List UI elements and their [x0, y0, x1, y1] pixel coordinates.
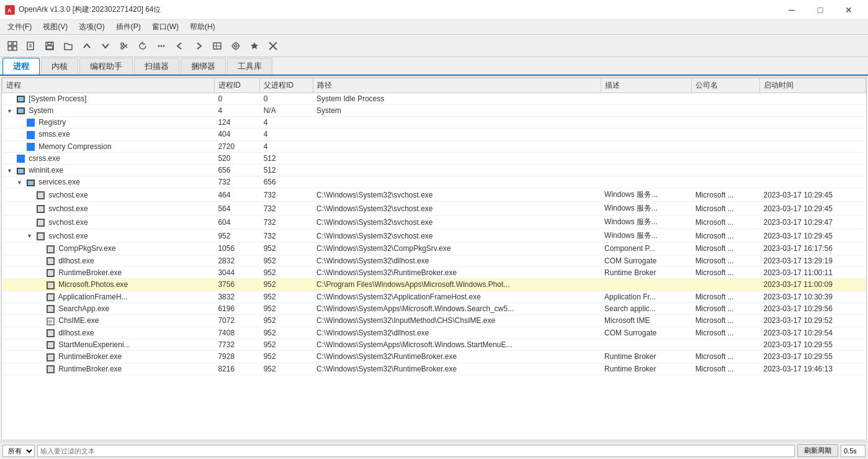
time-cell: 2023-03-17 10:29:45 [760, 229, 866, 243]
refresh-period-button[interactable]: 刷新周期 [797, 444, 838, 457]
expand-arrow[interactable] [16, 143, 24, 150]
table-row[interactable]: ApplicationFrameH... 3832952C:\Windows\S… [2, 291, 866, 302]
table-row[interactable]: [System Process] 00System Idle Process [2, 93, 866, 105]
menu-item[interactable]: 文件(F) [2, 20, 37, 34]
menu-item[interactable]: 选项(O) [74, 20, 109, 34]
minimize-button[interactable]: ─ [777, 0, 806, 20]
expand-arrow[interactable] [36, 306, 43, 313]
col-header-ppid[interactable]: 父进程ID [260, 78, 313, 93]
table-row[interactable]: svchost.exe 464732C:\Windows\System32\sv… [2, 188, 866, 202]
tab-扫描器[interactable]: 扫描器 [134, 58, 179, 75]
expand-arrow[interactable] [26, 191, 34, 199]
menu-item[interactable]: 视图(V) [38, 20, 73, 34]
refresh-interval-input[interactable] [841, 445, 866, 457]
maximize-button[interactable]: □ [806, 0, 834, 20]
expand-arrow[interactable] [36, 293, 43, 301]
app-icon [37, 205, 45, 213]
toolbar-btn-target[interactable] [227, 37, 244, 55]
toolbar-btn-forward[interactable] [190, 37, 207, 55]
table-row[interactable]: smss.exe 4044 [2, 129, 866, 140]
expand-arrow[interactable] [36, 342, 43, 349]
expand-arrow[interactable] [16, 119, 24, 127]
tab-进程[interactable]: 进程 [2, 58, 40, 75]
process-indent: ▼ services.exe [6, 178, 80, 186]
tab-编程助手[interactable]: 编程助手 [79, 58, 133, 75]
table-row[interactable]: RuntimeBroker.exe 3044952C:\Windows\Syst… [2, 266, 866, 278]
close-button[interactable]: ✕ [834, 0, 863, 20]
expand-arrow[interactable] [36, 281, 43, 289]
toolbar-btn-save[interactable] [41, 37, 58, 55]
expand-arrow[interactable] [36, 257, 43, 265]
expand-arrow[interactable]: ▼ [16, 179, 24, 186]
blue-icon [27, 131, 35, 139]
filter-dropdown[interactable]: 所有 [2, 445, 35, 457]
toolbar-btn-dots[interactable] [153, 37, 170, 55]
menu-item[interactable]: 窗口(W) [147, 20, 184, 34]
col-header-proc[interactable]: 进程 [2, 78, 215, 93]
table-row[interactable]: ▼ wininit.exe 656512 [2, 165, 866, 176]
path-cell: C:\Windows\System32\RuntimeBroker.exe [313, 363, 601, 375]
expand-arrow[interactable] [26, 205, 34, 212]
time-cell [760, 117, 866, 129]
path-cell [313, 140, 601, 152]
col-header-time[interactable]: 启动时间 [760, 78, 866, 93]
expand-arrow[interactable] [36, 365, 43, 373]
toolbar-btn-map[interactable] [208, 37, 226, 55]
tab-捆绑器[interactable]: 捆绑器 [181, 58, 226, 75]
expand-arrow[interactable] [36, 329, 43, 337]
table-row[interactable]: dllhost.exe 2832952C:\Windows\System32\d… [2, 255, 866, 266]
time-cell [760, 165, 866, 176]
toolbar-btn-open[interactable] [60, 37, 77, 55]
toolbar-btn-down[interactable] [97, 37, 114, 55]
toolbar-btn-1[interactable] [4, 37, 21, 55]
expand-arrow[interactable] [16, 131, 24, 139]
toolbar-btn-back[interactable] [171, 37, 189, 55]
expand-arrow[interactable]: ▼ [26, 232, 34, 240]
tab-内核[interactable]: 内核 [41, 58, 78, 75]
table-row[interactable]: ▼ svchost.exe 952732C:\Windows\System32\… [2, 229, 866, 243]
tab-工具库[interactable]: 工具库 [227, 58, 272, 75]
ime-icon: 中 [47, 317, 55, 325]
expand-arrow[interactable]: ▼ [6, 107, 14, 115]
menu-item[interactable]: 帮助(H) [185, 20, 220, 34]
table-row[interactable]: Microsoft.Photos.exe 3756952C:\Program F… [2, 279, 866, 291]
col-header-pid[interactable]: 进程ID [214, 78, 259, 93]
expand-arrow[interactable]: ▼ [6, 167, 14, 175]
table-row[interactable]: Registry 1244 [2, 117, 866, 129]
table-row[interactable]: svchost.exe 604732C:\Windows\System32\sv… [2, 216, 866, 229]
table-row[interactable]: RuntimeBroker.exe 7928952C:\Windows\Syst… [2, 351, 866, 363]
table-row[interactable]: SearchApp.exe 6196952C:\Windows\SystemAp… [2, 302, 866, 314]
expand-arrow[interactable] [6, 96, 14, 103]
process-indent: RuntimeBroker.exe [6, 352, 122, 361]
svg-rect-10 [48, 42, 51, 45]
table-row[interactable]: Memory Compression 27204 [2, 140, 866, 152]
table-row[interactable]: csrss.exe 520512 [2, 152, 866, 164]
menu-item[interactable]: 插件(P) [111, 20, 146, 34]
col-header-desc[interactable]: 描述 [601, 78, 692, 93]
toolbar-btn-scissors[interactable] [115, 37, 133, 55]
table-row[interactable]: svchost.exe 564732C:\Windows\System32\sv… [2, 202, 866, 216]
process-name: svchost.exe [48, 218, 87, 227]
filter-input[interactable] [37, 445, 795, 457]
expand-arrow[interactable] [36, 245, 43, 253]
table-row[interactable]: ▼ services.exe 732656 [2, 176, 866, 188]
toolbar-btn-new[interactable] [22, 37, 40, 55]
col-header-path[interactable]: 路径 [313, 78, 601, 93]
table-row[interactable]: 中 ChsIME.exe 7072952C:\Windows\System32\… [2, 315, 866, 327]
table-row[interactable]: StartMenuExperieni... 7732952C:\Windows\… [2, 339, 866, 350]
table-row[interactable]: RuntimeBroker.exe 8216952C:\Windows\Syst… [2, 363, 866, 375]
toolbar-btn-star[interactable] [246, 37, 263, 55]
expand-arrow[interactable] [26, 219, 34, 226]
expand-arrow[interactable] [6, 155, 14, 163]
expand-arrow[interactable] [36, 270, 43, 277]
toolbar-btn-refresh[interactable] [134, 37, 151, 55]
toolbar-btn-close[interactable] [264, 37, 282, 55]
table-row[interactable]: CompPkgSrv.exe 1056952C:\Windows\System3… [2, 243, 866, 255]
expand-arrow[interactable] [36, 317, 43, 325]
expand-arrow[interactable] [36, 353, 43, 361]
ppid-cell: 952 [260, 327, 313, 339]
table-row[interactable]: ▼ System 4N/ASystem [2, 105, 866, 117]
table-row[interactable]: dllhost.exe 7408952C:\Windows\System32\d… [2, 327, 866, 339]
toolbar-btn-up[interactable] [78, 37, 96, 55]
col-header-company[interactable]: 公司名 [692, 78, 760, 93]
